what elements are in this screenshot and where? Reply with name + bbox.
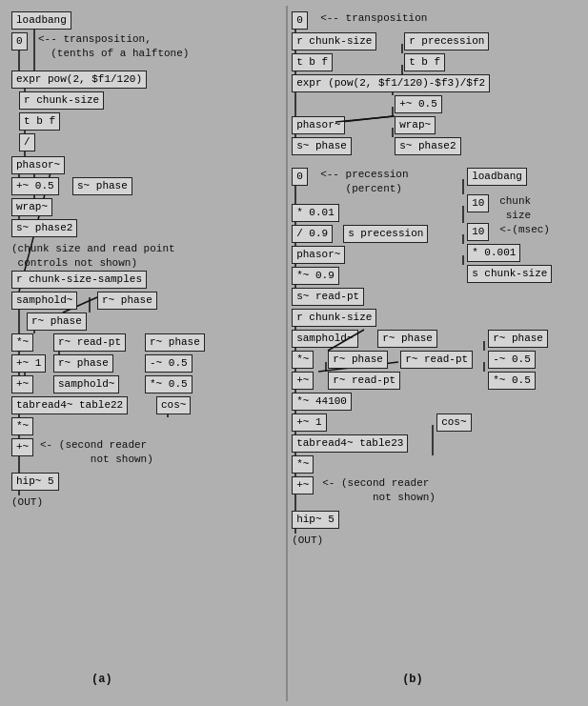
r-rphase-f-node: r~ phase — [328, 351, 388, 369]
tbf-node: t b f — [19, 112, 60, 131]
r-sprec-node: s precession — [343, 225, 428, 243]
r-read-pt-node: r~ read-pt — [53, 333, 126, 352]
mult-node: *~ — [11, 333, 33, 352]
r-rreadpt3-box: r~ read-pt — [328, 372, 400, 390]
s-phase2-node: s~ phase2 — [11, 219, 77, 237]
r-cos-node: cos~ — [436, 414, 471, 432]
r-phase-a-box: r~ phase — [97, 292, 157, 310]
r-sprec-box: s precession — [343, 225, 428, 243]
r-plus-b-node: +~ — [292, 476, 314, 494]
samphold-node: samphold~ — [11, 292, 77, 310]
label-b: (b) — [402, 673, 423, 686]
r-zero2-node: 0 — [292, 168, 308, 186]
s-phase-box: s~ phase — [72, 177, 132, 195]
r-schunk-box: s chunk-size — [467, 265, 552, 283]
r-plus05-box: +~ 0.5 — [395, 95, 442, 113]
plus2-box: +~ — [11, 438, 33, 456]
r-tabread-node: tabread4~ table23 — [292, 434, 408, 453]
r-sphase1-node: s~ phase — [292, 137, 352, 155]
wrap-box: wrap~ — [11, 198, 52, 216]
r-plus1-box: +~ 1 — [292, 414, 326, 432]
r-mult44100-box: *~ 44100 — [292, 393, 352, 411]
r-trans-comment: <-- transposition — [320, 11, 427, 26]
r-phase-a-node: r~ phase — [97, 292, 157, 310]
r-phasor2-box: phasor~ — [292, 246, 345, 264]
r-n10b-box: 10 — [467, 223, 489, 241]
r-second-reader-comment: <- (second reader not shown) — [322, 476, 436, 506]
out-label: (OUT) — [11, 495, 43, 510]
r-phasor-box: phasor~ — [292, 116, 345, 134]
r-schunk-node: s chunk-size — [467, 265, 552, 283]
plus1-node: +~ 1 — [11, 354, 46, 373]
r-phasor-node: phasor~ — [292, 116, 345, 134]
mult2-node: *~ — [11, 417, 33, 435]
r-zero2-box: 0 — [292, 168, 308, 186]
r-mult001-node: * 0.001 — [467, 244, 520, 262]
r-mult01-box: * 0.01 — [292, 204, 339, 222]
r-n10a-box: 10 — [467, 194, 489, 212]
r-rphase-e-node: r~ phase — [377, 330, 437, 348]
samphold2-box: samphold~ — [53, 375, 119, 393]
r-sphase2-box: s~ phase2 — [395, 137, 460, 155]
r-samphold-node: samphold~ — [292, 330, 357, 348]
r-zero-box: 0 — [292, 11, 308, 30]
left-column: loadbang 0 <-- transposition, (tenths of… — [6, 6, 286, 701]
r-plus-a-node: +~ — [292, 372, 314, 390]
r-rreadpt2-node: r~ read-pt — [400, 351, 473, 369]
r-rreadpt2-box: r~ read-pt — [400, 351, 473, 369]
r-sreadpt-node: s~ read-pt — [292, 288, 364, 306]
r-phase-c-node: r~ phase — [145, 333, 205, 352]
r-sreadpt-box: s~ read-pt — [292, 288, 364, 306]
samphold2-node: samphold~ — [53, 375, 119, 393]
r-loadbang2-box: loadbang — [467, 168, 527, 186]
r-rphase-g-node: r~ phase — [488, 330, 548, 348]
r-chunk-node: r chunk-size — [292, 32, 376, 50]
r-sphase1-box: s~ phase — [292, 137, 352, 155]
r-hip-node: hip~ 5 — [292, 511, 339, 529]
divide-node: / — [19, 133, 35, 151]
samphold-box: samphold~ — [11, 292, 77, 310]
r-mult44100-node: *~ 44100 — [292, 393, 352, 411]
r-out-label: (OUT) — [292, 534, 323, 548]
tabread-node: tabread4~ table22 — [11, 396, 128, 414]
r-mult09-node: *~ 0.9 — [292, 267, 339, 285]
phasor-box: phasor~ — [11, 156, 65, 174]
r-mult-a-box: *~ — [292, 351, 314, 369]
mult2-box: *~ — [11, 417, 33, 435]
r-wrap-box: wrap~ — [395, 116, 436, 134]
divide-box: / — [19, 133, 35, 151]
r-read-pt-box: r~ read-pt — [53, 333, 126, 352]
svg-line-31 — [341, 116, 393, 122]
r-mult001-box: * 0.001 — [467, 244, 520, 262]
r-rphase-f-box: r~ phase — [328, 351, 388, 369]
r-sphase2-node: s~ phase2 — [395, 137, 460, 155]
plus2-node: +~ — [11, 438, 33, 456]
r-chunk-comment: chunk size — [499, 194, 531, 224]
r-minus05b-node: -~ 0.5 — [488, 351, 536, 369]
plus-node: +~ — [11, 375, 33, 393]
plus-05-box: +~ 0.5 — [11, 177, 59, 195]
hip-box: hip~ 5 — [11, 473, 59, 491]
r-zero-node: 0 — [292, 11, 308, 30]
transposition-comment: <-- transposition, (tenths of a halftone… — [38, 32, 189, 62]
r-tbf1-box: t b f — [292, 53, 333, 71]
r-phase-d-box: r~ phase — [53, 354, 113, 373]
mult05a-box: *~ 0.5 — [145, 375, 193, 393]
r-plus1-node: +~ 1 — [292, 414, 326, 432]
r-rreadpt3-node: r~ read-pt — [328, 372, 400, 390]
r-phase-d-node: r~ phase — [53, 354, 113, 373]
tabread-box: tabread4~ table22 — [11, 396, 128, 414]
r-rchunk2-box: r chunk-size — [292, 309, 376, 327]
r-prec-box: r precession — [404, 32, 489, 50]
wrap-node: wrap~ — [11, 198, 52, 216]
r-rchunk2-node: r chunk-size — [292, 309, 376, 327]
plus-05-node: +~ 0.5 — [11, 177, 59, 195]
r-n10a-node: 10 — [467, 194, 489, 212]
phasor-node: phasor~ — [11, 156, 65, 174]
main-container: loadbang 0 <-- transposition, (tenths of… — [0, 0, 588, 706]
r-mult-a-node: *~ — [292, 351, 314, 369]
r-expr-node: expr (pow(2, $f1/120)-$f3)/$f2 — [292, 74, 490, 92]
plus1-box: +~ 1 — [11, 354, 46, 373]
hip-node: hip~ 5 — [11, 473, 59, 491]
r-n10b-node: 10 — [467, 223, 489, 241]
